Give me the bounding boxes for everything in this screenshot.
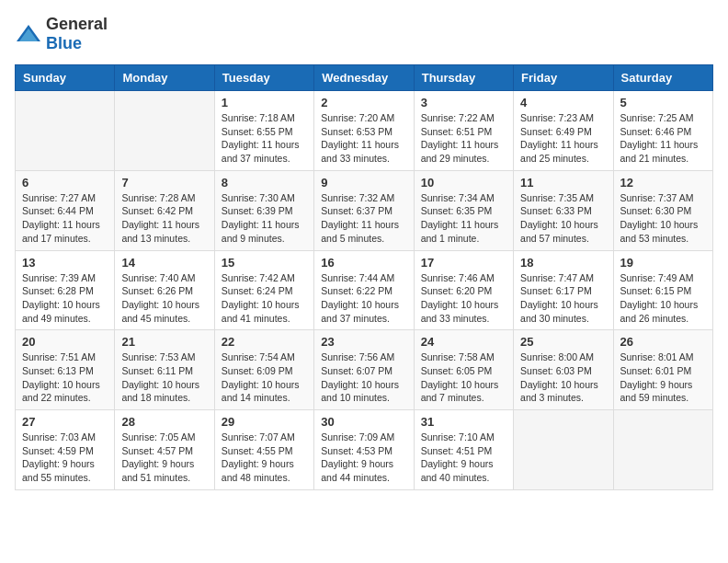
calendar-cell: 2Sunrise: 7:20 AM Sunset: 6:53 PM Daylig… xyxy=(314,91,414,171)
calendar-cell: 8Sunrise: 7:30 AM Sunset: 6:39 PM Daylig… xyxy=(214,170,313,250)
day-info: Sunrise: 7:58 AM Sunset: 6:05 PM Dayligh… xyxy=(421,350,506,405)
day-info: Sunrise: 7:07 AM Sunset: 4:55 PM Dayligh… xyxy=(222,431,307,485)
calendar-cell xyxy=(16,91,115,171)
day-info: Sunrise: 7:20 AM Sunset: 6:53 PM Dayligh… xyxy=(321,111,406,166)
day-number: 31 xyxy=(421,415,506,429)
day-info: Sunrise: 7:44 AM Sunset: 6:22 PM Dayligh… xyxy=(321,271,406,326)
logo-text: General Blue xyxy=(46,15,108,53)
day-info: Sunrise: 7:39 AM Sunset: 6:28 PM Dayligh… xyxy=(22,271,108,326)
logo: General Blue xyxy=(15,15,108,53)
day-number: 3 xyxy=(421,96,506,109)
calendar-cell: 16Sunrise: 7:44 AM Sunset: 6:22 PM Dayli… xyxy=(314,250,414,330)
logo-blue: Blue xyxy=(46,34,82,52)
day-info: Sunrise: 7:30 AM Sunset: 6:39 PM Dayligh… xyxy=(222,191,307,246)
weekday-header-friday: Friday xyxy=(514,65,613,91)
day-number: 30 xyxy=(321,415,406,429)
calendar-cell: 22Sunrise: 7:54 AM Sunset: 6:09 PM Dayli… xyxy=(214,330,313,410)
day-number: 13 xyxy=(22,256,108,270)
day-number: 28 xyxy=(121,415,207,429)
calendar-cell: 21Sunrise: 7:53 AM Sunset: 6:11 PM Dayli… xyxy=(115,330,214,410)
header: General Blue xyxy=(15,15,713,53)
weekday-header-thursday: Thursday xyxy=(414,65,513,91)
calendar-cell: 26Sunrise: 8:01 AM Sunset: 6:01 PM Dayli… xyxy=(613,330,712,410)
calendar-cell: 1Sunrise: 7:18 AM Sunset: 6:55 PM Daylig… xyxy=(214,91,313,171)
calendar-cell: 13Sunrise: 7:39 AM Sunset: 6:28 PM Dayli… xyxy=(16,250,115,330)
weekday-header-monday: Monday xyxy=(115,65,214,91)
calendar-week-3: 13Sunrise: 7:39 AM Sunset: 6:28 PM Dayli… xyxy=(16,250,713,330)
day-info: Sunrise: 7:34 AM Sunset: 6:35 PM Dayligh… xyxy=(421,191,506,246)
day-info: Sunrise: 7:40 AM Sunset: 6:26 PM Dayligh… xyxy=(121,271,207,326)
day-number: 6 xyxy=(22,176,108,190)
day-info: Sunrise: 7:05 AM Sunset: 4:57 PM Dayligh… xyxy=(121,431,207,485)
day-info: Sunrise: 7:51 AM Sunset: 6:13 PM Dayligh… xyxy=(22,350,108,405)
calendar-cell: 9Sunrise: 7:32 AM Sunset: 6:37 PM Daylig… xyxy=(314,170,414,250)
calendar-cell: 24Sunrise: 7:58 AM Sunset: 6:05 PM Dayli… xyxy=(414,330,513,410)
day-info: Sunrise: 7:47 AM Sunset: 6:17 PM Dayligh… xyxy=(520,271,606,326)
day-number: 22 xyxy=(222,335,307,349)
day-info: Sunrise: 7:49 AM Sunset: 6:15 PM Dayligh… xyxy=(620,271,706,326)
day-info: Sunrise: 7:28 AM Sunset: 6:42 PM Dayligh… xyxy=(121,191,207,246)
calendar-week-1: 1Sunrise: 7:18 AM Sunset: 6:55 PM Daylig… xyxy=(16,91,713,171)
logo-general: General xyxy=(46,15,108,33)
calendar-cell: 25Sunrise: 8:00 AM Sunset: 6:03 PM Dayli… xyxy=(514,330,613,410)
day-number: 18 xyxy=(520,256,606,270)
calendar-cell: 14Sunrise: 7:40 AM Sunset: 6:26 PM Dayli… xyxy=(115,250,214,330)
calendar-cell: 7Sunrise: 7:28 AM Sunset: 6:42 PM Daylig… xyxy=(115,170,214,250)
calendar-cell: 20Sunrise: 7:51 AM Sunset: 6:13 PM Dayli… xyxy=(16,330,115,410)
weekday-header-tuesday: Tuesday xyxy=(214,65,313,91)
calendar-week-4: 20Sunrise: 7:51 AM Sunset: 6:13 PM Dayli… xyxy=(16,330,713,410)
calendar-cell: 6Sunrise: 7:27 AM Sunset: 6:44 PM Daylig… xyxy=(16,170,115,250)
calendar-week-2: 6Sunrise: 7:27 AM Sunset: 6:44 PM Daylig… xyxy=(16,170,713,250)
calendar-cell: 3Sunrise: 7:22 AM Sunset: 6:51 PM Daylig… xyxy=(414,91,513,171)
calendar-cell: 29Sunrise: 7:07 AM Sunset: 4:55 PM Dayli… xyxy=(214,410,313,490)
calendar-cell: 31Sunrise: 7:10 AM Sunset: 4:51 PM Dayli… xyxy=(414,410,513,490)
day-number: 17 xyxy=(421,256,506,270)
day-info: Sunrise: 7:32 AM Sunset: 6:37 PM Dayligh… xyxy=(321,191,406,246)
day-number: 25 xyxy=(520,335,606,349)
day-info: Sunrise: 7:53 AM Sunset: 6:11 PM Dayligh… xyxy=(121,350,207,405)
calendar-cell: 17Sunrise: 7:46 AM Sunset: 6:20 PM Dayli… xyxy=(414,250,513,330)
weekday-header-saturday: Saturday xyxy=(613,65,712,91)
day-number: 19 xyxy=(620,256,706,270)
day-number: 5 xyxy=(620,96,706,109)
day-info: Sunrise: 7:18 AM Sunset: 6:55 PM Dayligh… xyxy=(222,111,307,166)
day-info: Sunrise: 7:09 AM Sunset: 4:53 PM Dayligh… xyxy=(321,431,406,485)
day-info: Sunrise: 7:35 AM Sunset: 6:33 PM Dayligh… xyxy=(520,191,606,246)
calendar-cell: 18Sunrise: 7:47 AM Sunset: 6:17 PM Dayli… xyxy=(514,250,613,330)
day-number: 21 xyxy=(121,335,207,349)
day-number: 12 xyxy=(620,176,706,190)
day-number: 15 xyxy=(222,256,307,270)
day-number: 2 xyxy=(321,96,406,109)
day-number: 7 xyxy=(121,176,207,190)
weekday-header-sunday: Sunday xyxy=(16,65,115,91)
calendar-header-row: SundayMondayTuesdayWednesdayThursdayFrid… xyxy=(16,65,713,91)
logo-icon xyxy=(15,23,42,45)
calendar-cell: 5Sunrise: 7:25 AM Sunset: 6:46 PM Daylig… xyxy=(613,91,712,171)
day-number: 26 xyxy=(620,335,706,349)
calendar: SundayMondayTuesdayWednesdayThursdayFrid… xyxy=(15,64,713,490)
calendar-cell: 23Sunrise: 7:56 AM Sunset: 6:07 PM Dayli… xyxy=(314,330,414,410)
day-info: Sunrise: 7:27 AM Sunset: 6:44 PM Dayligh… xyxy=(22,191,108,246)
calendar-cell: 11Sunrise: 7:35 AM Sunset: 6:33 PM Dayli… xyxy=(514,170,613,250)
calendar-cell xyxy=(613,410,712,490)
day-info: Sunrise: 8:00 AM Sunset: 6:03 PM Dayligh… xyxy=(520,350,606,405)
day-info: Sunrise: 7:25 AM Sunset: 6:46 PM Dayligh… xyxy=(620,111,706,166)
day-number: 23 xyxy=(321,335,406,349)
day-number: 1 xyxy=(222,96,307,109)
day-info: Sunrise: 7:42 AM Sunset: 6:24 PM Dayligh… xyxy=(222,271,307,326)
day-info: Sunrise: 7:56 AM Sunset: 6:07 PM Dayligh… xyxy=(321,350,406,405)
day-info: Sunrise: 7:37 AM Sunset: 6:30 PM Dayligh… xyxy=(620,191,706,246)
weekday-header-wednesday: Wednesday xyxy=(314,65,414,91)
calendar-cell xyxy=(115,91,214,171)
day-info: Sunrise: 7:10 AM Sunset: 4:51 PM Dayligh… xyxy=(421,431,506,485)
day-info: Sunrise: 7:54 AM Sunset: 6:09 PM Dayligh… xyxy=(222,350,307,405)
calendar-cell: 10Sunrise: 7:34 AM Sunset: 6:35 PM Dayli… xyxy=(414,170,513,250)
day-info: Sunrise: 7:03 AM Sunset: 4:59 PM Dayligh… xyxy=(22,431,108,485)
day-number: 4 xyxy=(520,96,606,109)
day-number: 29 xyxy=(222,415,307,429)
day-info: Sunrise: 7:23 AM Sunset: 6:49 PM Dayligh… xyxy=(520,111,606,166)
day-number: 14 xyxy=(121,256,207,270)
day-number: 16 xyxy=(321,256,406,270)
calendar-cell: 19Sunrise: 7:49 AM Sunset: 6:15 PM Dayli… xyxy=(613,250,712,330)
calendar-cell: 15Sunrise: 7:42 AM Sunset: 6:24 PM Dayli… xyxy=(214,250,313,330)
